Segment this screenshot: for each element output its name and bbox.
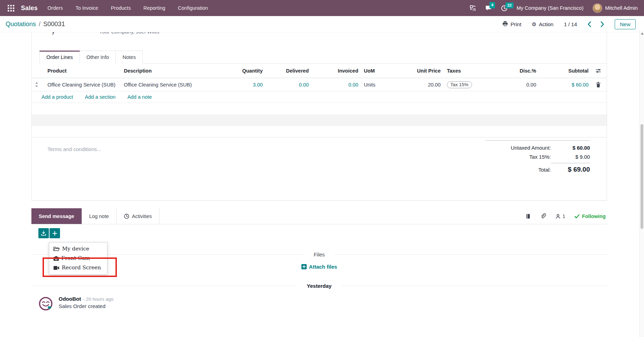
attach-files-button[interactable]: Attach files <box>31 264 607 270</box>
col-unit-price[interactable]: Unit Price <box>390 68 442 74</box>
add-note-link[interactable]: Add a note <box>127 94 152 100</box>
clipped-address-value[interactable]: Your Company, Joel Willis <box>99 32 159 35</box>
plus-square-icon <box>301 264 307 269</box>
message-timestamp: - 20 hours ago <box>83 297 113 302</box>
col-description[interactable]: Description <box>122 68 223 74</box>
app-name[interactable]: Sales <box>21 5 38 12</box>
breadcrumb: Quotations / S00031 <box>6 21 65 28</box>
folder-open-icon <box>53 246 60 252</box>
following-label: Following <box>582 214 606 219</box>
empty-row <box>32 126 607 137</box>
col-product[interactable]: Product <box>42 68 122 74</box>
followers-button[interactable]: 1 <box>555 214 565 219</box>
add-section-link[interactable]: Add a section <box>85 94 115 100</box>
menu-reporting[interactable]: Reporting <box>143 5 165 11</box>
my-device-label: My device <box>62 245 89 253</box>
form-sheet: y Your Company, Joel Willis Order Lines … <box>31 32 607 201</box>
breadcrumb-record: S00031 <box>43 21 65 28</box>
col-disc[interactable]: Disc.% <box>485 68 538 74</box>
activities-badge: 32 <box>506 2 514 9</box>
odoobot-avatar <box>38 296 54 312</box>
clock-icon <box>124 214 129 219</box>
cell-invoiced[interactable]: 0.00 <box>310 82 360 88</box>
log-icon[interactable] <box>525 214 531 219</box>
tab-order-lines[interactable]: Order Lines <box>39 51 80 63</box>
menu-orders[interactable]: Orders <box>47 5 63 11</box>
pager-next-icon[interactable] <box>600 21 604 27</box>
attach-files-label: Attach files <box>309 264 337 270</box>
empty-row <box>32 103 607 114</box>
drag-handle-icon[interactable] <box>32 82 42 87</box>
terms-placeholder[interactable]: Terms and conditions... <box>47 146 101 152</box>
cell-unit-price[interactable]: 20.00 <box>390 82 442 88</box>
col-delivered[interactable]: Delivered <box>264 68 310 74</box>
download-icon <box>41 231 46 236</box>
attach-dropdown-menu: My device Front Cam Record Screen <box>49 242 107 275</box>
sheet-footer: Terms and conditions... Untaxed Amount: … <box>32 137 607 200</box>
cell-uom[interactable]: Units <box>360 82 390 88</box>
tab-notes[interactable]: Notes <box>116 51 143 63</box>
breadcrumb-quotations[interactable]: Quotations <box>6 21 36 28</box>
scrollbar-up-arrow-icon[interactable] <box>641 32 644 35</box>
menu-to-invoice[interactable]: To Invoice <box>75 5 98 11</box>
cell-subtotal: $ 60.00 <box>538 82 590 88</box>
add-product-link[interactable]: Add a product <box>42 94 73 100</box>
col-quantity[interactable]: Quantity <box>223 68 264 74</box>
barcode-icon[interactable] <box>470 5 476 11</box>
apps-grid-icon[interactable] <box>6 3 16 13</box>
menu-item-record-screen[interactable]: Record Screen <box>49 263 107 272</box>
check-icon <box>575 214 579 218</box>
activities-clock-icon[interactable]: 32 <box>501 5 508 12</box>
cell-delivered[interactable]: 0.00 <box>264 82 310 88</box>
optional-columns-icon[interactable] <box>590 68 607 73</box>
action-button[interactable]: ⚙ Action <box>532 21 553 27</box>
plus-icon <box>52 231 57 236</box>
log-note-button[interactable]: Log note <box>82 208 117 224</box>
order-lines-table: Product Description Quantity Delivered I… <box>32 63 607 137</box>
scrollbar-thumb[interactable] <box>641 124 643 229</box>
paperclip-icon[interactable] <box>540 213 546 219</box>
front-cam-label: Front Cam <box>61 255 90 262</box>
chatter: Send message Log note Activities 1 <box>31 208 607 312</box>
company-switcher[interactable]: My Company (San Francisco) <box>517 5 584 11</box>
menu-item-front-cam[interactable]: Front Cam <box>49 254 107 263</box>
menu-products[interactable]: Products <box>111 5 131 11</box>
tax-badge[interactable]: Tax 15% <box>447 81 472 88</box>
total-value: $ 69.00 <box>551 163 590 173</box>
menu-item-my-device[interactable]: My device <box>49 244 107 254</box>
user-avatar <box>593 3 602 13</box>
vertical-scrollbar[interactable] <box>639 31 644 337</box>
attach-more-button[interactable] <box>50 228 60 238</box>
activities-button[interactable]: Activities <box>117 208 159 224</box>
message-author[interactable]: OdooBot <box>59 296 81 302</box>
tab-other-info[interactable]: Other Info <box>80 51 116 63</box>
control-panel: Quotations / S00031 Print ⚙ Action 1 / 1… <box>0 16 644 32</box>
send-message-button[interactable]: Send message <box>31 208 82 224</box>
cell-taxes[interactable]: Tax 15% <box>442 81 485 88</box>
print-icon <box>502 21 508 28</box>
user-menu[interactable]: Mitchell Admin <box>593 3 638 13</box>
col-invoiced[interactable]: Invoiced <box>310 68 360 74</box>
menu-configuration[interactable]: Configuration <box>178 5 208 11</box>
cell-disc[interactable]: 0.00 <box>485 82 538 88</box>
untaxed-amount-label: Untaxed Amount: <box>511 145 551 151</box>
cell-quantity[interactable]: 3.00 <box>223 82 264 88</box>
delete-row-icon[interactable] <box>590 82 607 88</box>
col-subtotal[interactable]: Subtotal <box>538 68 590 74</box>
upload-file-button[interactable] <box>38 228 49 238</box>
table-row[interactable]: Office Cleaning Service (SUB) Office Cle… <box>32 78 607 91</box>
total-label: Total: <box>538 167 551 173</box>
col-taxes[interactable]: Taxes <box>442 68 485 74</box>
gear-icon: ⚙ <box>532 22 536 27</box>
col-uom[interactable]: UoM <box>360 68 390 74</box>
cell-description[interactable]: Office Cleaning Service (SUB) <box>122 82 223 88</box>
pager-counter: 1 / 14 <box>564 21 577 27</box>
clipped-header-row: y Your Company, Joel Willis <box>32 32 607 40</box>
tax-label: Tax 15%: <box>529 154 551 160</box>
pager-previous-icon[interactable] <box>587 21 591 27</box>
cell-product[interactable]: Office Cleaning Service (SUB) <box>42 82 122 88</box>
print-button[interactable]: Print <box>502 21 521 28</box>
new-button[interactable]: New <box>615 19 636 29</box>
messages-icon[interactable]: 4 <box>485 5 492 12</box>
following-toggle[interactable]: Following <box>575 214 606 219</box>
